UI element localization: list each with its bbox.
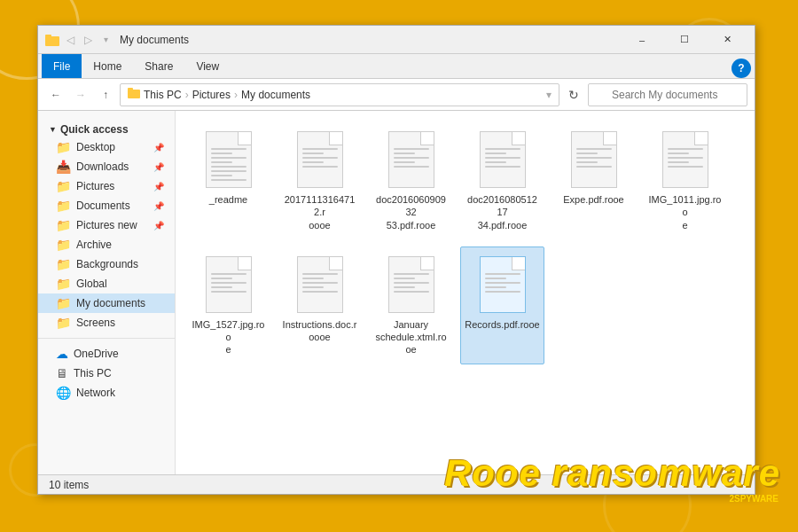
path-this-pc[interactable]: This PC [144, 89, 182, 101]
sidebar-item-label: Pictures [76, 180, 114, 192]
tab-view[interactable]: View [184, 54, 231, 78]
folder-icon: 📁 [56, 218, 71, 232]
maximize-button[interactable]: ☐ [664, 26, 705, 54]
tab-home[interactable]: Home [82, 54, 133, 78]
sidebar-item-label: Backgrounds [76, 258, 138, 270]
forward-arrow-icon: ▷ [81, 33, 95, 47]
sidebar-item-my-documents[interactable]: 📁 My documents [38, 293, 175, 313]
close-button[interactable]: ✕ [707, 26, 747, 54]
dropdown-arrow[interactable]: ▾ [546, 89, 552, 101]
sidebar-item-label: This PC [74, 367, 112, 379]
file-name: 20171113164712.roooe [282, 193, 357, 231]
sidebar-item-backgrounds[interactable]: 📁 Backgrounds [38, 254, 175, 274]
search-input[interactable] [588, 83, 747, 106]
file-doc-icon [388, 256, 434, 313]
address-bar: ← → ↑ This PC › Pictures › My documents … [38, 79, 755, 111]
file-item-6[interactable]: IMG_1527.jpg.rooe [186, 246, 270, 364]
folder-download-icon: 📥 [56, 160, 71, 174]
quick-access-label: Quick access [60, 123, 129, 136]
path-icon [128, 88, 140, 101]
sidebar-item-archive[interactable]: 📁 Archive [38, 235, 175, 254]
sidebar-item-this-pc[interactable]: 🖥 This PC [38, 364, 175, 383]
chevron-down-icon: ▼ [49, 125, 57, 134]
file-item-1[interactable]: 20171113164712.roooe [278, 121, 362, 239]
network-icon: 🌐 [56, 386, 71, 400]
folder-icon: 📁 [56, 179, 71, 193]
pin-icon: 📌 [153, 162, 164, 172]
title-bar: ◁ ▷ ▾ My documents – ☐ ✕ [38, 26, 755, 54]
sidebar-item-label: OneDrive [74, 348, 119, 360]
file-name: IMG_1527.jpg.rooe [191, 318, 266, 356]
folder-icon: 📁 [56, 277, 71, 291]
file-name: Records.pdf.rooe [465, 318, 539, 331]
spyware-badge: 2SPYWARE [729, 494, 778, 504]
file-doc-icon [206, 131, 252, 188]
status-bar: 10 items [38, 474, 755, 494]
file-item-2[interactable]: doc20160609093253.pdf.rooe [369, 121, 453, 239]
folder-icon: 📁 [56, 316, 71, 330]
svg-rect-3 [128, 88, 133, 90]
item-count: 10 items [49, 479, 89, 491]
sidebar-item-network[interactable]: 🌐 Network [38, 383, 175, 403]
file-item-8[interactable]: Januaryschedule.xtml.rooe [369, 246, 453, 364]
sidebar-item-screens[interactable]: 📁 Screens [38, 313, 175, 332]
minimize-button[interactable]: – [622, 26, 662, 54]
svg-rect-1 [45, 35, 51, 37]
sidebar-item-label: Pictures new [76, 219, 137, 231]
folder-icon: 📁 [56, 257, 71, 271]
sidebar-item-label: Screens [76, 317, 115, 329]
help-button[interactable]: ? [732, 59, 751, 78]
sidebar-item-documents[interactable]: 📁 Documents 📌 [38, 196, 175, 215]
file-doc-icon [480, 256, 526, 313]
ribbon-tabs: File Home Share View ? [38, 54, 755, 79]
path-my-documents[interactable]: My documents [241, 89, 310, 101]
file-item-3[interactable]: doc20160805121734.pdf.rooe [460, 121, 544, 239]
sidebar-item-downloads[interactable]: 📥 Downloads 📌 [38, 157, 175, 176]
pin-icon: 📌 [153, 143, 164, 153]
file-name: Instructions.doc.roooe [283, 318, 357, 344]
file-item-5[interactable]: IMG_1011.jpg.rooe [643, 121, 727, 239]
file-doc-icon [297, 256, 343, 313]
explorer-window: ◁ ▷ ▾ My documents – ☐ ✕ File Home Share… [37, 25, 755, 495]
file-name: doc20160609093253.pdf.rooe [373, 193, 449, 231]
sidebar-divider-1 [38, 338, 175, 339]
file-item-7[interactable]: Instructions.doc.roooe [278, 246, 362, 364]
file-item-4[interactable]: Expe.pdf.rooe [552, 121, 636, 239]
quick-access-header: ▼ Quick access [38, 118, 175, 137]
sidebar-item-label: Archive [76, 239, 112, 251]
sidebar-item-desktop[interactable]: 📁 Desktop 📌 [38, 137, 175, 157]
tab-file[interactable]: File [42, 54, 82, 78]
title-bar-icons: ◁ ▷ ▾ [45, 33, 113, 47]
folder-icon: 📁 [56, 140, 71, 154]
sidebar-item-global[interactable]: 📁 Global [38, 274, 175, 293]
monitor-icon: 🖥 [56, 366, 68, 380]
tab-share[interactable]: Share [133, 54, 184, 78]
down-arrow-icon: ▾ [98, 33, 113, 47]
path-pictures[interactable]: Pictures [192, 89, 231, 101]
folder-icon: 📁 [56, 238, 71, 252]
search-wrap: 🔍 [588, 83, 747, 106]
back-arrow-icon: ◁ [63, 33, 77, 47]
sidebar-item-label: Documents [76, 200, 130, 212]
refresh-button[interactable]: ↻ [563, 84, 584, 106]
window-controls: – ☐ ✕ [622, 26, 747, 54]
pin-icon: 📌 [153, 221, 164, 231]
sidebar: ▼ Quick access 📁 Desktop 📌 📥 Downloads 📌… [38, 111, 176, 474]
up-button[interactable]: ↑ [95, 84, 116, 106]
file-item-readme[interactable]: _readme [186, 121, 270, 239]
address-path: This PC › Pictures › My documents ▾ [120, 83, 559, 106]
file-item-9[interactable]: Records.pdf.rooe [460, 246, 544, 364]
sidebar-item-pictures-new[interactable]: 📁 Pictures new 📌 [38, 215, 175, 235]
file-doc-icon [388, 131, 434, 188]
sidebar-item-label: My documents [76, 297, 145, 309]
folder-icon: 📁 [56, 296, 71, 310]
pin-icon: 📌 [153, 201, 164, 211]
sidebar-item-pictures[interactable]: 📁 Pictures 📌 [38, 176, 175, 196]
cloud-icon: ☁ [56, 347, 68, 361]
back-button[interactable]: ← [45, 84, 66, 106]
forward-button[interactable]: → [70, 84, 91, 106]
file-area: _readme 20171113164712.roooe [176, 111, 755, 474]
folder-icon-small [45, 33, 59, 47]
sidebar-item-label: Desktop [76, 141, 115, 153]
sidebar-item-onedrive[interactable]: ☁ OneDrive [38, 344, 175, 364]
